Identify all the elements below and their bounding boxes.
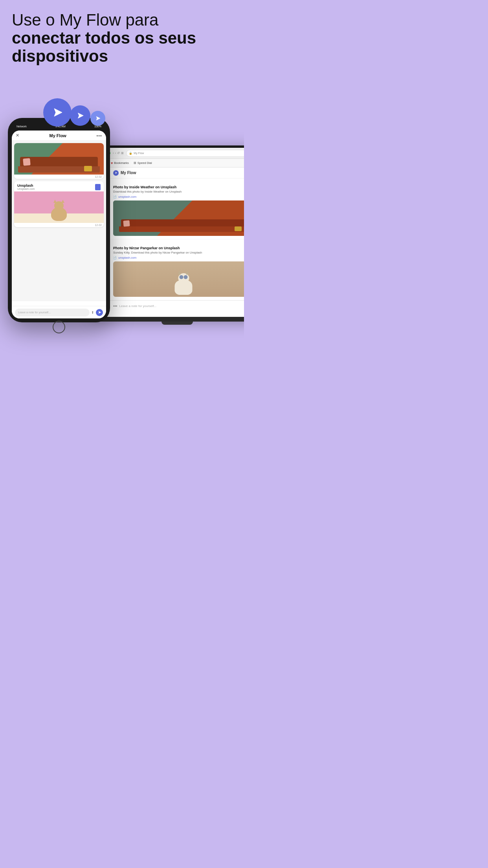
browser-back-button[interactable]: ‹	[113, 151, 114, 155]
phone-upload-icon[interactable]: ⬆	[91, 311, 94, 314]
bookmarks-button[interactable]: ♥ Bookmarks	[111, 161, 129, 165]
svg-marker-1	[78, 113, 84, 118]
flow-bottom-dots[interactable]: •••	[113, 304, 117, 308]
flow-item1-desc: Download this photo by Inside Weather on…	[113, 190, 244, 194]
flow-panel-title: My Flow	[121, 171, 136, 175]
sofa-pillow	[23, 158, 31, 166]
speeddial-label: Speed Dial	[138, 161, 152, 165]
cat-image-large	[113, 261, 244, 297]
send-icon-small	[90, 111, 105, 126]
flow-bottom-bar: ••• Leave a note for yourself...	[109, 300, 244, 311]
phone-link-info: Unsplash Unsplash.com	[17, 184, 35, 190]
phone-signal: Network	[17, 125, 27, 128]
laptop-screen-inner: ‹ › ↺ ⊞ 🔒 My Flow O ♥ Bookmarks	[97, 148, 244, 317]
flow-bottom-input[interactable]: Leave a note for yourself...	[119, 304, 244, 308]
phone-link-header: Unsplash Unsplash.com	[14, 181, 104, 191]
phone-outer: Network 9:41 AM 100% ✕ My Flow •••	[8, 118, 110, 322]
browser-bookmarks-bar: O ♥ Bookmarks ⊞ Speed Dial	[97, 159, 244, 167]
cat-body	[49, 201, 69, 221]
flow-item1-timestamp: 9:51	[113, 182, 244, 184]
phone-screen: ✕ My Flow •••	[12, 131, 106, 318]
flow-item2-title: Photo by Nirzar Pangarkar on Unsplash	[113, 246, 244, 250]
flow-item2-timestamp: 9:52	[113, 243, 244, 245]
phone-sofa-card: 12.02	[14, 143, 104, 179]
cat-ear-left	[53, 200, 57, 203]
phone-close-button[interactable]: ✕	[16, 133, 19, 138]
header: Use o My Flow para conectar todos os seu…	[12, 11, 232, 66]
flow-item2-image	[113, 261, 244, 297]
sofa-bag	[84, 166, 92, 171]
heart-icon: ♥	[111, 161, 113, 165]
flow-item-sofa: 9:51 Photo by Inside Weather on Unsplash…	[109, 178, 244, 239]
phone-link-bookmark-icon	[95, 184, 101, 190]
speeddial-button[interactable]: ⊞ Speed Dial	[134, 161, 152, 165]
browser-address-text: My Flow	[134, 152, 144, 154]
browser-main: 🏠 ☆ ⋯ 💬 📱 ♡ ⊙ ⚙ 💡	[97, 167, 244, 317]
sofa-shape	[20, 155, 98, 173]
phone-input-area: Leave a note for yourself... ⬆	[12, 306, 106, 318]
phone-title: My Flow	[50, 133, 66, 138]
phone-mockup: Network 9:41 AM 100% ✕ My Flow •••	[8, 118, 110, 322]
phone-header: ✕ My Flow •••	[12, 131, 106, 141]
browser-grid-button[interactable]: ⊞	[121, 151, 124, 155]
phone-link-url: Unsplash.com	[17, 188, 35, 190]
browser-refresh-button[interactable]: ↺	[117, 151, 120, 155]
phone-link-title: Unsplash	[17, 184, 35, 188]
svg-marker-2	[96, 116, 100, 120]
phone-content: 12.02 Unsplash Unsplash.com	[12, 141, 106, 301]
flow-item1-image	[113, 200, 244, 236]
cat-card-timestamp: 12.02	[14, 223, 104, 227]
phone-sofa-image	[14, 143, 104, 175]
browser-forward-button[interactable]: ›	[115, 151, 116, 155]
cat-siamese	[172, 273, 194, 295]
sofa-image-large	[113, 200, 244, 236]
phone-more-button[interactable]: •••	[96, 133, 102, 138]
header-line1: Use o My Flow para	[12, 11, 232, 29]
bookmarks-label: Bookmarks	[114, 161, 129, 165]
sofa-bg	[14, 143, 104, 175]
laptop-stand	[161, 322, 193, 325]
send-icon-large	[43, 98, 72, 127]
phone-input-placeholder: Leave a note for yourself...	[18, 311, 51, 314]
browser-nav-buttons: ‹ › ↺ ⊞	[113, 151, 124, 155]
grid-icon: ⊞	[134, 161, 136, 165]
sofa-card-timestamp: 12.02	[14, 175, 104, 179]
send-icon-medium	[70, 105, 90, 126]
flow-item1-title: Photo by Inside Weather on Unsplash	[113, 185, 244, 189]
phone-home-button[interactable]	[53, 321, 65, 333]
browser-address-bar[interactable]: 🔒 My Flow	[126, 150, 244, 157]
cat-ear-right	[61, 200, 64, 203]
flow-item2-link[interactable]: 📄 unsplash.com	[113, 256, 244, 259]
header-line2: conectar todos os seus dispositivos	[12, 29, 232, 65]
phone-send-button[interactable]	[96, 309, 103, 316]
flow-panel: My Flow 9:51 Photo by Inside Weather on …	[109, 167, 244, 317]
cat-figure	[49, 201, 69, 221]
browser-toolbar: ‹ › ↺ ⊞ 🔒 My Flow	[97, 148, 244, 159]
svg-marker-3	[98, 311, 101, 314]
phone-cat-image	[14, 191, 104, 223]
laptop-screen-outer: ‹ › ↺ ⊞ 🔒 My Flow O ♥ Bookmarks	[94, 145, 244, 317]
flow-item2-desc: Sunday Kitty. Download this photo by Nir…	[113, 251, 244, 255]
svg-marker-5	[115, 172, 117, 174]
flow-item-cat: 9:52 Photo by Nirzar Pangarkar on Unspla…	[109, 239, 244, 300]
svg-marker-0	[54, 108, 62, 116]
phone-link-card[interactable]: Unsplash Unsplash.com	[14, 181, 104, 227]
flow-send-icon	[113, 170, 119, 176]
phone-input-field[interactable]: Leave a note for yourself...	[15, 309, 90, 316]
flow-item1-link[interactable]: 📄 unsplash.com	[113, 195, 244, 199]
laptop-base	[94, 317, 244, 322]
flow-panel-header: My Flow	[109, 167, 244, 178]
laptop-mockup: ‹ › ↺ ⊞ 🔒 My Flow O ♥ Bookmarks	[94, 145, 244, 325]
